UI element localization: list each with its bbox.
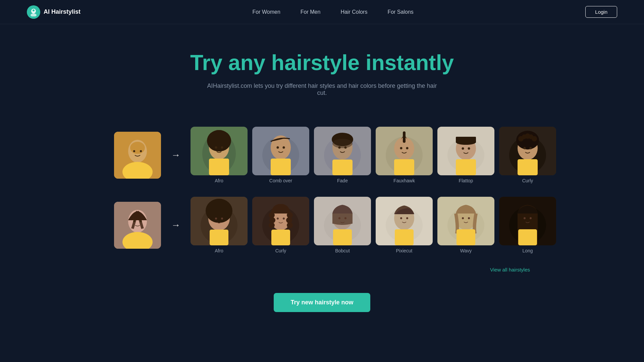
hairstyle-card-fauxhawk-man[interactable]: Fauxhawk (376, 127, 433, 183)
svg-point-22 (277, 146, 279, 149)
svg-point-29 (332, 139, 353, 148)
hero-section: Try any hairstyle instantly AIHairstylis… (0, 24, 644, 110)
hairstyle-card-flattop-man[interactable]: Flattop (437, 127, 494, 183)
svg-point-8 (140, 150, 142, 152)
svg-point-55 (532, 136, 537, 141)
svg-rect-85 (271, 230, 290, 245)
original-man-photo (114, 132, 161, 179)
women-hairstyle-grid: Afro (191, 197, 556, 253)
svg-point-71 (215, 218, 217, 220)
wavy-woman-photo (437, 197, 494, 245)
svg-rect-91 (333, 229, 352, 245)
hairstyle-card-curly-man[interactable]: Curly (499, 127, 556, 183)
curly-woman-label: Curly (275, 248, 286, 253)
svg-point-70 (207, 199, 231, 219)
women-arrow: → (171, 220, 180, 231)
hairstyle-card-afro-woman[interactable]: Afro (191, 197, 248, 253)
svg-point-57 (530, 147, 532, 149)
fauxhawk-man-label: Fauxhawk (393, 178, 415, 183)
svg-point-2 (33, 9, 35, 11)
svg-rect-73 (210, 230, 228, 245)
hairstyle-card-curly-woman[interactable]: Curly (252, 197, 309, 253)
svg-point-101 (462, 217, 464, 219)
view-all-link[interactable]: View all hairstyles (490, 267, 530, 273)
svg-point-30 (338, 146, 341, 149)
svg-rect-109 (518, 229, 537, 245)
combover-man-photo (252, 127, 309, 175)
nav-for-men[interactable]: For Men (301, 9, 321, 15)
svg-point-6 (130, 142, 145, 154)
hero-title: Try any hairstyle instantly (0, 51, 644, 74)
svg-point-16 (215, 146, 217, 149)
svg-point-62 (133, 220, 135, 222)
brand-logo[interactable]: AI Hairstylist (27, 5, 80, 19)
fauxhawk-man-photo (376, 127, 433, 175)
afro-man-photo (191, 127, 248, 175)
hairstyle-card-bobcut-woman[interactable]: Bobcut (314, 197, 371, 253)
svg-rect-58 (518, 159, 538, 175)
hairstyle-card-pixiecut-woman[interactable]: Pixiecut (376, 197, 433, 253)
svg-point-90 (344, 217, 346, 219)
nav-for-salons[interactable]: For Salons (387, 9, 413, 15)
showcase-section: → (87, 127, 557, 280)
svg-point-37 (406, 147, 409, 149)
svg-point-72 (221, 218, 223, 220)
svg-point-56 (524, 147, 526, 149)
cta-button[interactable]: Try new hairstyle now (274, 293, 370, 312)
fade-man-label: Fade (337, 178, 348, 183)
svg-point-44 (462, 147, 464, 150)
svg-rect-46 (456, 159, 476, 175)
navbar: AI Hairstylist For Women For Men Hair Co… (0, 0, 644, 24)
bobcut-woman-photo (314, 197, 371, 245)
svg-point-43 (456, 139, 476, 145)
long-woman-photo (499, 197, 556, 245)
svg-point-107 (524, 217, 526, 219)
svg-point-15 (208, 130, 230, 149)
svg-point-83 (277, 218, 279, 220)
svg-point-1 (31, 13, 37, 16)
cta-section: Try new hairstyle now (0, 280, 644, 332)
nav-for-women[interactable]: For Women (253, 9, 280, 15)
svg-point-79 (269, 222, 275, 228)
fade-man-photo (314, 127, 371, 175)
brand-name: AI Hairstylist (44, 8, 80, 15)
pixiecut-woman-label: Pixiecut (396, 248, 412, 253)
curly-woman-photo (252, 197, 309, 245)
login-button[interactable]: Login (585, 6, 617, 18)
men-hairstyle-grid: Afro Comb ove (191, 127, 556, 183)
hairstyle-card-combover-man[interactable]: Comb over (252, 127, 309, 183)
women-row: → (114, 197, 530, 253)
wavy-woman-label: Wavy (460, 248, 472, 253)
curly-man-photo (499, 127, 556, 175)
men-arrow: → (171, 150, 180, 161)
hairstyle-card-fade-man[interactable]: Fade (314, 127, 371, 183)
afro-woman-label: Afro (215, 248, 223, 253)
svg-point-108 (530, 217, 532, 219)
afro-man-label: Afro (215, 178, 223, 183)
men-row: → (114, 127, 530, 183)
hairstyle-card-afro-man[interactable]: Afro (191, 127, 248, 183)
hairstyle-card-wavy-woman[interactable]: Wavy (437, 197, 494, 253)
svg-point-45 (468, 147, 470, 150)
nav-hair-colors[interactable]: Hair Colors (340, 9, 367, 15)
svg-point-17 (221, 146, 223, 149)
nav-links: For Women For Men Hair Colors For Salons (253, 9, 414, 15)
bobcut-woman-label: Bobcut (335, 248, 350, 253)
view-all-section: View all hairstyles (114, 267, 530, 280)
svg-rect-97 (395, 229, 414, 245)
afro-woman-photo (191, 197, 248, 245)
long-woman-label: Long (522, 248, 533, 253)
svg-rect-38 (394, 159, 414, 175)
svg-rect-24 (271, 159, 291, 175)
flattop-man-label: Flattop (459, 178, 473, 183)
combover-man-label: Comb over (269, 178, 292, 183)
curly-man-label: Curly (522, 178, 533, 183)
svg-point-89 (338, 217, 340, 219)
svg-rect-103 (457, 229, 475, 245)
hairstyle-card-long-woman[interactable]: Long (499, 197, 556, 253)
logo-icon (27, 5, 40, 19)
svg-point-31 (344, 146, 347, 149)
original-woman-photo (114, 202, 161, 249)
flattop-man-photo (437, 127, 494, 175)
hero-subtitle: AIHairstylist.com lets you try different… (205, 82, 439, 97)
